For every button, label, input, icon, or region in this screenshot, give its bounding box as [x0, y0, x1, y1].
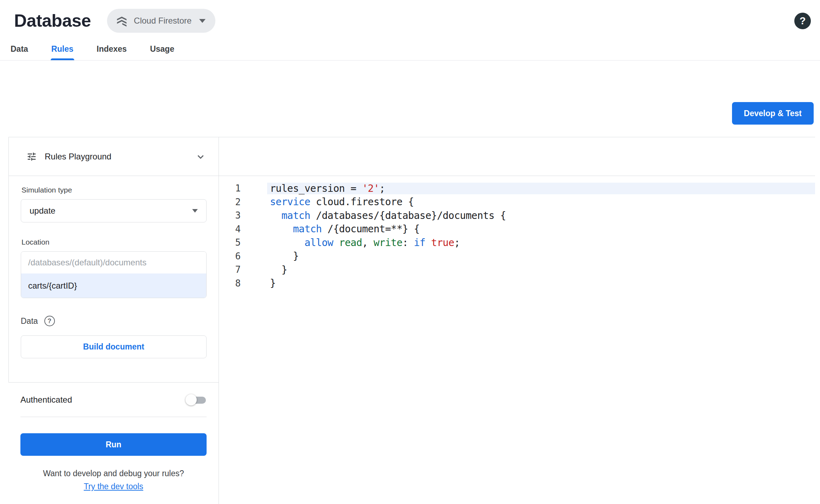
location-label: Location [21, 238, 207, 246]
panel-body: Simulation type update Location /databas… [8, 176, 815, 504]
code-line[interactable]: 4 match /{document=**} { [219, 222, 815, 236]
rules-panel: Rules Playground Simulation type update … [8, 137, 815, 504]
app-header: Database Cloud Firestore ? [0, 0, 820, 35]
code-text: } [267, 264, 815, 276]
rules-playground-header[interactable]: Rules Playground [8, 137, 219, 176]
code-line[interactable]: 2service cloud.firestore { [219, 195, 815, 209]
code-text: allow read, write: if true; [267, 237, 815, 248]
collapse-chevron-icon[interactable] [195, 151, 206, 162]
playground-form: Simulation type update Location /databas… [8, 176, 219, 383]
code-line[interactable]: 8} [219, 277, 815, 290]
code-line[interactable]: 3 match /databases/{database}/documents … [219, 209, 815, 222]
dev-tools-link[interactable]: Try the dev tools [20, 482, 207, 491]
page-title: Database [14, 11, 91, 31]
simulation-type-select[interactable]: update [21, 199, 207, 222]
playground-actions: Authenticated Run Want to develop and de… [8, 383, 219, 491]
line-number: 4 [219, 224, 267, 234]
tab-data[interactable]: Data [10, 40, 29, 60]
authenticated-label: Authenticated [20, 395, 72, 405]
tab-rules[interactable]: Rules [51, 40, 74, 60]
code-text: service cloud.firestore { [267, 196, 815, 208]
line-number: 2 [219, 197, 267, 207]
code-line[interactable]: 6 } [219, 250, 815, 263]
simulation-type-value: update [30, 206, 55, 216]
tune-icon [26, 151, 37, 162]
data-section-header: Data ? [21, 316, 207, 326]
dev-tools-text: Want to develop and debug your rules? [20, 469, 207, 478]
chevron-down-icon [199, 19, 206, 23]
code-lines: 1rules_version = '2';2service cloud.fire… [219, 182, 815, 290]
rules-playground-title: Rules Playground [45, 152, 111, 162]
toggle-knob [185, 394, 197, 405]
question-mark-icon: ? [48, 317, 51, 325]
code-text: rules_version = '2'; [267, 183, 815, 194]
code-line[interactable]: 7 } [219, 263, 815, 277]
build-document-button[interactable]: Build document [21, 335, 207, 358]
code-text: } [267, 250, 815, 262]
line-number: 5 [219, 237, 267, 248]
line-number: 3 [219, 210, 267, 221]
line-number: 6 [219, 251, 267, 262]
code-line[interactable]: 1rules_version = '2'; [219, 182, 815, 195]
playground-sidebar: Simulation type update Location /databas… [8, 176, 219, 504]
line-number: 7 [219, 264, 267, 275]
dropdown-caret-icon [192, 209, 198, 213]
panel-header: Rules Playground [8, 137, 815, 176]
line-number: 8 [219, 278, 267, 289]
tab-usage[interactable]: Usage [149, 40, 175, 60]
code-text: match /{document=**} { [267, 223, 815, 235]
rules-code-editor[interactable]: 1rules_version = '2';2service cloud.fire… [219, 176, 815, 504]
tab-bar: Data Rules Indexes Usage [0, 35, 820, 61]
authenticated-toggle[interactable] [186, 394, 207, 406]
help-button[interactable]: ? [794, 13, 811, 29]
run-button[interactable]: Run [20, 433, 207, 456]
code-text: } [267, 277, 815, 289]
develop-and-test-button[interactable]: Develop & Test [732, 102, 814, 125]
location-input[interactable]: carts/{cartID} [21, 273, 206, 298]
question-mark-icon: ? [800, 15, 806, 27]
line-number: 1 [219, 183, 267, 194]
authenticated-row: Authenticated [20, 383, 207, 417]
product-selector-chip[interactable]: Cloud Firestore [107, 9, 215, 33]
data-help-icon[interactable]: ? [44, 316, 55, 326]
location-prefix: /databases/(default)/documents [21, 252, 206, 273]
simulation-type-label: Simulation type [21, 186, 207, 194]
tab-indexes[interactable]: Indexes [96, 40, 128, 60]
data-label: Data [21, 316, 38, 326]
panel-header-spacer [219, 137, 815, 176]
location-field: /databases/(default)/documents carts/{ca… [21, 251, 207, 298]
code-line[interactable]: 5 allow read, write: if true; [219, 236, 815, 250]
product-chip-label: Cloud Firestore [134, 16, 191, 26]
cloud-firestore-icon [115, 14, 128, 27]
code-text: match /databases/{database}/documents { [267, 210, 815, 221]
